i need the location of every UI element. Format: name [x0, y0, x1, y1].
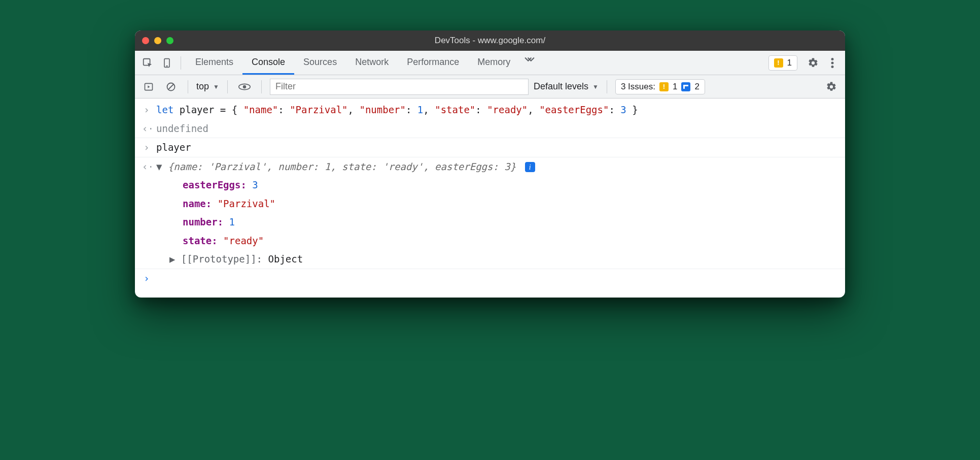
traffic-lights [142, 37, 173, 44]
issues-info-count: 2 [694, 82, 699, 92]
console-settings-icon[interactable] [823, 78, 840, 95]
chevron-down-icon: ▼ [592, 83, 599, 90]
more-tabs-icon[interactable] [519, 51, 540, 68]
inspect-element-icon[interactable] [139, 54, 156, 72]
context-label: top [196, 81, 209, 92]
svg-point-5 [831, 65, 834, 68]
panel-tabs: Elements Console Sources Network Perform… [186, 51, 540, 75]
kebab-menu-icon[interactable] [824, 54, 841, 72]
window-title: DevTools - www.google.com/ [135, 36, 845, 46]
svg-point-11 [243, 85, 246, 88]
input-marker-icon: › [142, 103, 151, 117]
titlebar: DevTools - www.google.com/ [135, 30, 845, 51]
minimize-window-button[interactable] [154, 37, 161, 44]
tab-memory[interactable]: Memory [468, 51, 519, 75]
console-warnings-badge[interactable]: 1 [768, 55, 797, 71]
tab-elements[interactable]: Elements [186, 51, 242, 75]
issues-label: 3 Issues: [621, 82, 655, 92]
object-property-row: name: "Parzival" [135, 194, 845, 213]
console-result-row: ‹· undefined [135, 119, 845, 139]
execution-context-selector[interactable]: top ▼ [196, 81, 219, 92]
prompt-marker-icon: › [142, 271, 151, 286]
separator [227, 80, 228, 93]
issues-warn-count: 1 [673, 82, 677, 92]
info-icon [681, 82, 690, 91]
object-property-row: state: "ready" [135, 232, 845, 250]
code-line: player [156, 140, 838, 155]
issues-badge[interactable]: 3 Issues: 1 2 [615, 79, 705, 94]
code-line: let player = { "name": "Parzival", "numb… [156, 103, 838, 117]
devtools-window: DevTools - www.google.com/ Elements Cons… [135, 30, 845, 298]
console-output[interactable]: › let player = { "name": "Parzival", "nu… [135, 98, 845, 298]
svg-point-3 [831, 58, 834, 60]
console-result-row: ‹· ▼ {name: 'Parzival', number: 1, state… [135, 157, 845, 176]
separator [607, 80, 607, 93]
show-console-sidebar-icon[interactable] [140, 78, 157, 95]
levels-label: Default levels [534, 81, 588, 92]
console-input-row: › player [135, 138, 845, 157]
chevron-down-icon: ▼ [213, 83, 219, 90]
device-toolbar-icon[interactable] [158, 54, 176, 72]
tab-network[interactable]: Network [346, 51, 398, 75]
tabbar: Elements Console Sources Network Perform… [135, 51, 845, 75]
settings-icon[interactable] [804, 54, 822, 72]
warning-icon [659, 82, 669, 91]
tab-sources[interactable]: Sources [294, 51, 346, 75]
svg-marker-7 [148, 85, 150, 88]
tab-performance[interactable]: Performance [398, 51, 468, 75]
svg-point-4 [831, 61, 834, 64]
input-marker-icon: › [142, 140, 151, 155]
close-window-button[interactable] [142, 37, 149, 44]
object-prototype-row[interactable]: ▶ [[Prototype]]: Object [135, 250, 845, 269]
object-summary[interactable]: ▼ {name: 'Parzival', number: 1, state: '… [156, 159, 838, 174]
svg-line-9 [168, 84, 173, 89]
console-prompt-row[interactable]: › [135, 269, 845, 288]
warnings-count: 1 [787, 58, 792, 68]
separator [261, 80, 262, 93]
warning-icon [774, 58, 783, 68]
log-levels-selector[interactable]: Default levels ▼ [534, 81, 599, 92]
separator [181, 56, 181, 70]
undefined-result: undefined [156, 121, 838, 136]
clear-console-icon[interactable] [162, 78, 180, 95]
console-input-row: › let player = { "name": "Parzival", "nu… [135, 101, 845, 119]
expand-toggle-icon[interactable]: ▼ [156, 161, 168, 172]
separator [188, 80, 188, 93]
info-chip-icon[interactable]: i [525, 162, 535, 172]
object-property-row: number: 1 [135, 213, 845, 232]
output-marker-icon: ‹· [142, 121, 151, 136]
zoom-window-button[interactable] [166, 37, 173, 44]
collapse-marker-icon[interactable]: ▶ [169, 253, 181, 265]
object-property-row: easterEggs: 3 [135, 176, 845, 194]
filter-input[interactable] [270, 79, 529, 95]
console-toolbar: top ▼ Default levels ▼ 3 Issues: 1 2 [135, 75, 845, 98]
tab-console[interactable]: Console [242, 51, 294, 75]
output-marker-icon: ‹· [142, 159, 151, 174]
live-expression-icon[interactable] [236, 78, 253, 95]
